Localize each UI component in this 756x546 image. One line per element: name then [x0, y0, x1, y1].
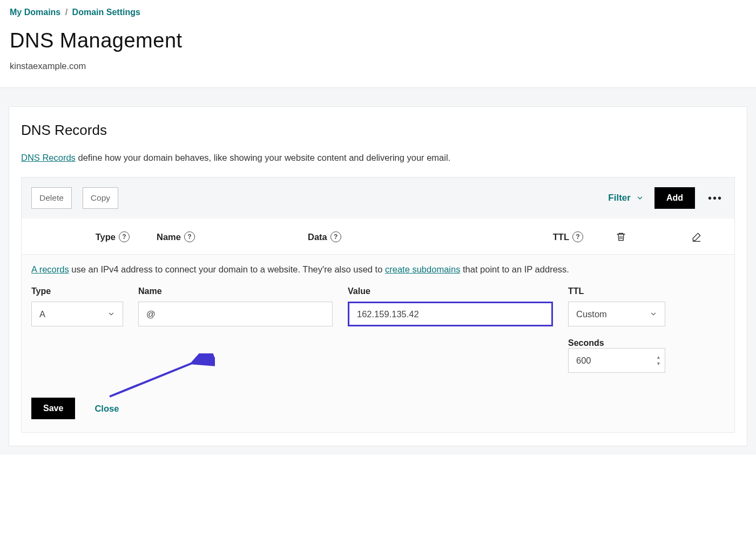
add-button[interactable]: Add — [654, 187, 695, 209]
col-name-label: Name — [157, 232, 181, 242]
edit-icon[interactable] — [691, 231, 702, 242]
breadcrumb: My Domains / Domain Settings — [10, 8, 746, 17]
col-ttl-label: TTL — [553, 232, 569, 242]
create-subdomains-link[interactable]: create subdomains — [385, 264, 460, 274]
seconds-input[interactable] — [568, 348, 665, 373]
records-table-header: Type ? Name ? Data ? TTL ? — [21, 219, 735, 255]
delete-button[interactable]: Delete — [31, 187, 72, 209]
help-icon[interactable]: ? — [119, 231, 130, 242]
a-record-description: A records use an IPv4 address to connect… — [31, 264, 725, 275]
type-select[interactable]: A — [31, 302, 123, 326]
dns-records-title: DNS Records — [21, 122, 735, 139]
save-button[interactable]: Save — [31, 398, 75, 419]
name-field-label: Name — [138, 286, 333, 296]
filter-label: Filter — [608, 193, 631, 203]
domain-name: kinstaexample.com — [10, 61, 746, 71]
type-field-label: Type — [31, 286, 123, 296]
filter-dropdown[interactable]: Filter — [608, 193, 644, 203]
help-icon[interactable]: ? — [330, 231, 341, 242]
ttl-field-label: TTL — [568, 286, 665, 296]
stepper-up-icon[interactable]: ▲ — [656, 354, 661, 360]
breadcrumb-my-domains[interactable]: My Domains — [10, 8, 60, 17]
chevron-down-icon — [650, 310, 657, 318]
dns-records-description: DNS Records define how your domain behav… — [21, 153, 735, 163]
name-input[interactable] — [138, 302, 333, 326]
close-button[interactable]: Close — [94, 404, 119, 414]
dns-records-desc-text: define how your domain behaves, like sho… — [76, 153, 450, 162]
value-input[interactable] — [348, 302, 553, 326]
breadcrumb-domain-settings[interactable]: Domain Settings — [72, 8, 140, 17]
ttl-select[interactable]: Custom — [568, 302, 665, 326]
chevron-down-icon — [107, 310, 115, 318]
value-field-label: Value — [348, 286, 553, 296]
copy-button[interactable]: Copy — [83, 187, 118, 209]
ttl-select-value: Custom — [576, 309, 607, 319]
dns-records-card: DNS Records DNS Records define how your … — [9, 106, 747, 446]
chevron-down-icon — [636, 194, 644, 202]
help-icon[interactable]: ? — [184, 231, 195, 242]
help-icon[interactable]: ? — [572, 231, 583, 242]
seconds-field-label: Seconds — [568, 338, 604, 347]
col-data-label: Data — [308, 232, 327, 242]
dns-records-link[interactable]: DNS Records — [21, 153, 76, 162]
a-record-form: A records use an IPv4 address to connect… — [21, 255, 735, 433]
col-type-label: Type — [96, 232, 116, 242]
records-toolbar: Delete Copy Filter Add ••• — [21, 177, 735, 219]
more-menu-icon[interactable]: ••• — [706, 192, 725, 204]
seconds-stepper[interactable]: ▲ ▼ — [656, 354, 661, 366]
breadcrumb-separator: / — [65, 8, 68, 17]
page-title: DNS Management — [10, 29, 746, 52]
type-select-value: A — [39, 309, 45, 319]
trash-icon[interactable] — [616, 231, 626, 242]
a-records-link[interactable]: A records — [31, 264, 69, 274]
stepper-down-icon[interactable]: ▼ — [656, 361, 661, 366]
